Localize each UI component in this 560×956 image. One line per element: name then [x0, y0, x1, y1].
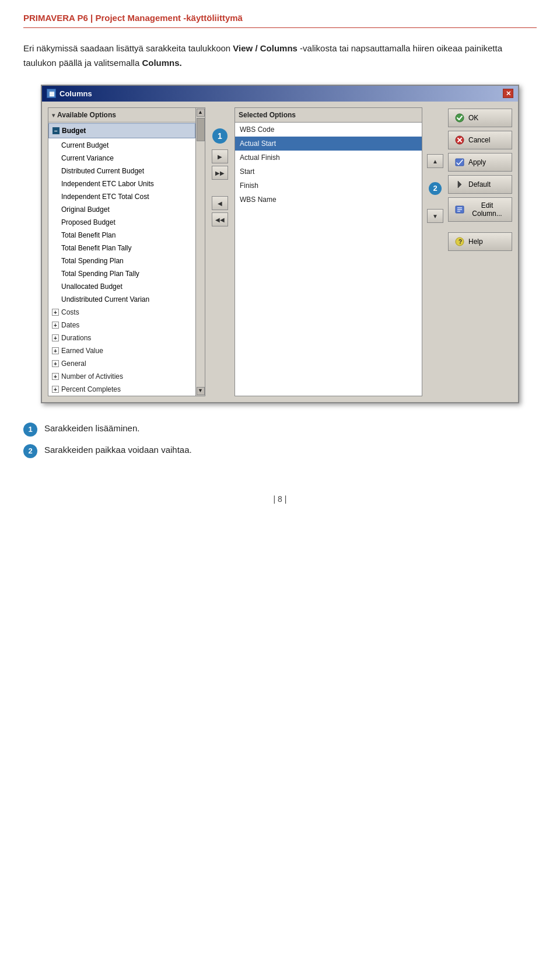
move-up-button[interactable]: ▲	[427, 154, 443, 168]
dialog-icon: ▦	[47, 89, 56, 98]
durations-label: Durations	[61, 333, 91, 343]
edit-column-icon	[454, 204, 465, 215]
costs-label: Costs	[61, 307, 79, 317]
intro-text-before: Eri näkymissä saadaan lisättyä sarakkeit…	[23, 43, 233, 53]
list-item[interactable]: Distributed Current Budget	[48, 165, 195, 177]
list-item[interactable]: Current Variance	[48, 152, 195, 165]
list-item[interactable]: Independent ETC Total Cost	[48, 190, 195, 203]
general-group[interactable]: + General	[48, 357, 195, 370]
annotation-1-description: Sarakkeiden lisääminen.	[44, 422, 139, 435]
list-item[interactable]: Proposed Budget	[48, 216, 195, 229]
selected-item-finish[interactable]: Finish	[235, 179, 422, 193]
dialog-body: ▾ Available Options − Budget Current Bud…	[42, 102, 518, 402]
selected-item-start[interactable]: Start	[235, 165, 422, 179]
available-panel-inner: ▾ Available Options − Budget Current Bud…	[48, 108, 205, 396]
move-all-right-button[interactable]: ▶▶	[212, 166, 228, 180]
dates-group[interactable]: + Dates	[48, 319, 195, 332]
plus-icon: +	[52, 360, 59, 367]
list-item[interactable]: Total Benefit Plan Tally	[48, 242, 195, 254]
callout-badge-2: 2	[429, 182, 442, 195]
page-number: | 8 |	[274, 494, 287, 504]
cancel-button[interactable]: Cancel	[448, 131, 512, 149]
selected-options-header: Selected Options	[235, 108, 422, 123]
minus-icon: −	[52, 127, 60, 134]
list-item[interactable]: Total Spending Plan Tally	[48, 267, 195, 280]
svg-text:?: ?	[459, 239, 462, 245]
selected-item-actual-finish[interactable]: Actual Finish	[235, 151, 422, 165]
dates-label: Dates	[61, 320, 79, 330]
move-right-button[interactable]: ▶	[212, 149, 228, 163]
durations-group[interactable]: + Durations	[48, 332, 195, 344]
apply-button[interactable]: Apply	[448, 153, 512, 172]
dialog-titlebar: ▦ Columns ✕	[42, 86, 518, 102]
cancel-icon	[454, 135, 465, 145]
annotation-badge-2: 2	[23, 444, 37, 458]
selected-item-wbs-name[interactable]: WBS Name	[235, 193, 422, 207]
earned-value-group[interactable]: + Earned Value	[48, 344, 195, 357]
list-item[interactable]: Independent ETC Labor Units	[48, 177, 195, 190]
move-down-button[interactable]: ▼	[427, 209, 443, 223]
list-item[interactable]: Current Budget	[48, 139, 195, 152]
ok-icon	[454, 113, 465, 123]
move-all-left-button[interactable]: ◀◀	[212, 212, 228, 226]
page-footer: | 8 |	[23, 493, 537, 505]
scroll-up-btn[interactable]: ▲	[197, 109, 205, 117]
default-label: Default	[468, 180, 491, 189]
available-options-header: ▾ Available Options	[48, 108, 195, 123]
plus-icon: +	[52, 309, 59, 316]
plus-icon: +	[52, 373, 59, 380]
number-of-activities-group[interactable]: + Number of Activities	[48, 370, 195, 383]
callout-1-number: 1	[218, 130, 222, 142]
annotation-2-description: Sarakkeiden paikkaa voidaan vaihtaa.	[44, 444, 192, 457]
buttons-panel: OK Cancel	[448, 107, 512, 396]
costs-group[interactable]: + Costs	[48, 306, 195, 319]
annotation-2-number: 2	[28, 445, 32, 457]
annotation-item-1: 1 Sarakkeiden lisääminen.	[23, 422, 537, 437]
annotation-1-number: 1	[28, 424, 32, 435]
apply-icon	[454, 157, 465, 168]
list-item[interactable]: Unallocated Budget	[48, 280, 195, 293]
header-title: PRIMAVERA P6 | Project Management -käytt…	[23, 13, 243, 23]
annotation-item-2: 2 Sarakkeiden paikkaa voidaan vaihtaa.	[23, 444, 537, 458]
page-header: PRIMAVERA P6 | Project Management -käytt…	[23, 12, 537, 28]
svg-marker-5	[458, 181, 461, 188]
close-button[interactable]: ✕	[503, 89, 513, 98]
available-options-panel: ▾ Available Options − Budget Current Bud…	[48, 107, 205, 396]
earned-value-label: Earned Value	[61, 346, 103, 356]
default-button[interactable]: Default	[448, 175, 512, 194]
edit-column-button[interactable]: Edit Column...	[448, 197, 512, 222]
list-item[interactable]: Original Budget	[48, 203, 195, 216]
list-item[interactable]: Total Benefit Plan	[48, 229, 195, 242]
help-icon: ?	[454, 236, 465, 247]
ok-label: OK	[468, 114, 478, 122]
list-item[interactable]: Undistributed Current Varian	[48, 293, 195, 306]
budget-group-header[interactable]: − Budget	[48, 123, 195, 138]
available-list: ▾ Available Options − Budget Current Bud…	[48, 108, 195, 396]
selected-options-panel: Selected Options WBS Code Actual Start A…	[235, 107, 422, 396]
percent-completes-group[interactable]: + Percent Completes	[48, 383, 195, 396]
plus-icon: +	[52, 347, 59, 354]
percent-completes-label: Percent Completes	[61, 384, 121, 395]
default-icon	[454, 179, 465, 190]
right-arrows-panel: ▲ 2 ▼	[427, 107, 443, 396]
available-options-label: Available Options	[57, 110, 116, 120]
help-label: Help	[468, 238, 483, 246]
plus-icon: +	[52, 322, 59, 329]
help-button[interactable]: ? Help	[448, 232, 512, 251]
general-label: General	[61, 358, 86, 369]
scrollbar-thumb[interactable]	[197, 118, 205, 141]
selected-list: Selected Options WBS Code Actual Start A…	[235, 108, 422, 207]
selected-options-label: Selected Options	[239, 110, 296, 120]
list-item[interactable]: Total Spending Plan	[48, 254, 195, 267]
ok-button[interactable]: OK	[448, 109, 512, 127]
move-left-button[interactable]: ◀	[212, 196, 228, 210]
selected-item-wbs-code[interactable]: WBS Code	[235, 123, 422, 137]
intro-bold1: View / Columns	[233, 43, 298, 53]
apply-label: Apply	[468, 158, 486, 166]
intro-paragraph: Eri näkymissä saadaan lisättyä sarakkeit…	[23, 41, 537, 71]
scroll-down-btn[interactable]: ▼	[197, 387, 205, 395]
number-of-activities-label: Number of Activities	[61, 371, 123, 382]
selected-item-actual-start[interactable]: Actual Start	[235, 137, 422, 151]
available-scrollbar[interactable]: ▲ ▼	[195, 108, 205, 396]
annotation-badge-1: 1	[23, 423, 37, 437]
